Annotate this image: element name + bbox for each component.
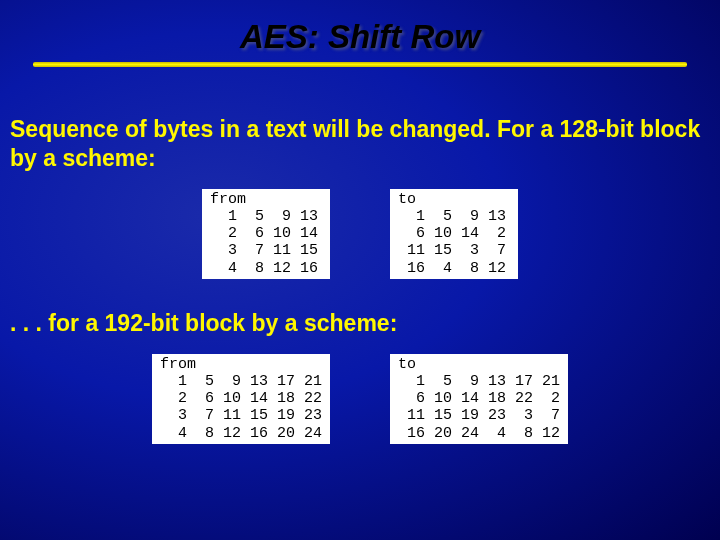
- title-underline: [33, 62, 687, 67]
- slide-title: AES: Shift Row: [0, 0, 720, 62]
- code-128-from: from 1 5 9 13 2 6 10 14 3 7 11 15 4 8 12…: [202, 189, 330, 279]
- code-192-to: to 1 5 9 13 17 21 6 10 14 18 22 2 11 15 …: [390, 354, 568, 444]
- code-row-128: from 1 5 9 13 2 6 10 14 3 7 11 15 4 8 12…: [0, 189, 720, 279]
- code-192-from: from 1 5 9 13 17 21 2 6 10 14 18 22 3 7 …: [152, 354, 330, 444]
- paragraph-2: . . . for a 192-bit block by a scheme:: [0, 309, 720, 338]
- code-128-to: to 1 5 9 13 6 10 14 2 11 15 3 7 16 4 8 1…: [390, 189, 518, 279]
- code-row-192: from 1 5 9 13 17 21 2 6 10 14 18 22 3 7 …: [0, 354, 720, 444]
- paragraph-1: Sequence of bytes in a text will be chan…: [0, 115, 720, 173]
